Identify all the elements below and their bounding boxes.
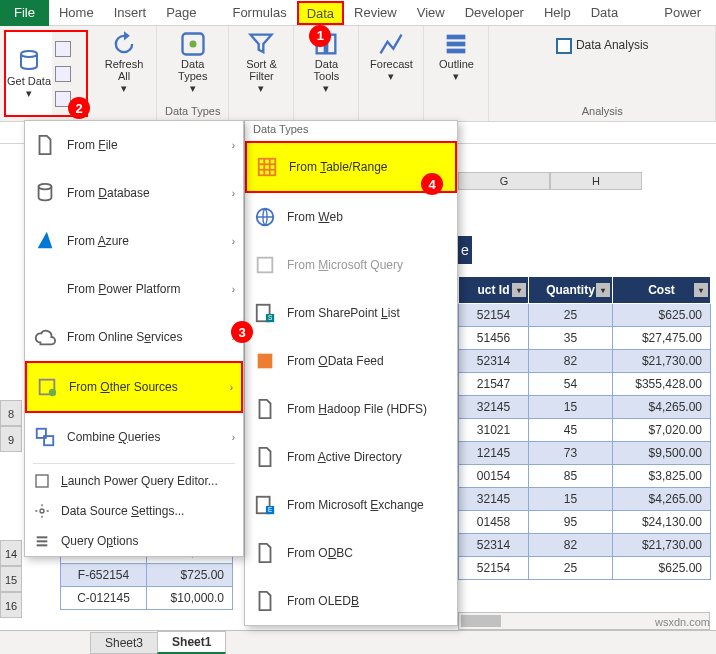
from-text-csv-icon[interactable]: [55, 41, 71, 57]
tab-help[interactable]: Help: [534, 0, 581, 26]
tab-view[interactable]: View: [407, 0, 455, 26]
header-cost[interactable]: Cost▾: [613, 277, 711, 304]
svg-text:E: E: [268, 506, 272, 513]
menu-from-hadoop[interactable]: From Hadoop File (HDFS): [245, 385, 457, 433]
tab-review[interactable]: Review: [344, 0, 407, 26]
menu-from-power-platform[interactable]: From Power Platform ›: [25, 265, 243, 313]
svg-rect-5: [447, 35, 466, 40]
chevron-right-icon: ›: [232, 188, 235, 199]
tab-developer[interactable]: Developer: [455, 0, 534, 26]
menu-label: Query Options: [61, 534, 138, 548]
menu-label: From SharePoint List: [287, 306, 400, 320]
menu-label: From File: [67, 138, 118, 152]
tab-data-streamer[interactable]: Data Streamer: [581, 0, 655, 26]
table-row[interactable]: 0145895$24,130.00: [459, 511, 711, 534]
chevron-right-icon: ›: [232, 432, 235, 443]
svg-rect-24: [258, 258, 273, 273]
badge-2: 2: [68, 97, 90, 119]
row-header[interactable]: 8: [0, 400, 22, 426]
menu-from-file[interactable]: From File ›: [25, 121, 243, 169]
from-web-icon[interactable]: [55, 66, 71, 82]
sort-filter-label: Sort & Filter: [237, 58, 285, 82]
menu-from-active-directory[interactable]: From Active Directory: [245, 433, 457, 481]
table-row[interactable]: C-012145$10,000.0: [61, 587, 233, 610]
tab-data[interactable]: Data 1: [297, 1, 344, 25]
column-headers: G H: [458, 172, 642, 190]
row-header[interactable]: 16: [0, 592, 22, 618]
data-types-group-label: Data Types: [165, 105, 220, 117]
menu-from-web[interactable]: From Web: [245, 193, 457, 241]
sort-filter-button[interactable]: Sort & Filter▾: [237, 30, 285, 95]
forecast-button[interactable]: Forecast▾: [367, 30, 415, 83]
hadoop-icon: [253, 397, 277, 421]
menu-from-online-services[interactable]: From Online Services › 3: [25, 313, 243, 361]
table-icon: [255, 155, 279, 179]
header-product-id[interactable]: uct Id▾: [459, 277, 529, 304]
row-headers-left: 14 15 16: [0, 540, 22, 618]
table-row[interactable]: 3214515$4,265.00: [459, 488, 711, 511]
menu-label: From OData Feed: [287, 354, 384, 368]
table-row[interactable]: 3214515$4,265.00: [459, 396, 711, 419]
col-header-g[interactable]: G: [458, 172, 550, 190]
table-row[interactable]: F-652154$725.00: [61, 564, 233, 587]
table-row[interactable]: 5215425$625.00: [459, 557, 711, 580]
tab-file[interactable]: File: [0, 0, 49, 26]
watermark: wsxdn.com: [655, 616, 710, 628]
table-row[interactable]: 5231482$21,730.00: [459, 350, 711, 373]
svg-point-10: [49, 389, 56, 396]
svg-rect-28: [258, 354, 273, 369]
row-header[interactable]: 15: [0, 566, 22, 592]
menu-from-database[interactable]: From Database ›: [25, 169, 243, 217]
tab-formulas[interactable]: Formulas: [222, 0, 296, 26]
menu-label: From Other Sources: [69, 380, 178, 394]
svg-text:S: S: [268, 314, 272, 321]
data-types-icon: [179, 30, 207, 58]
menu-from-oledb[interactable]: From OLEDB: [245, 577, 457, 625]
menu-data-source-settings[interactable]: Data Source Settings...: [25, 496, 243, 526]
refresh-all-button[interactable]: Refresh All▾: [100, 30, 148, 95]
refresh-all-label: Refresh All: [100, 58, 148, 82]
tab-insert[interactable]: Insert: [104, 0, 157, 26]
scrollbar-thumb[interactable]: [461, 615, 501, 627]
table-row[interactable]: 3102145$7,020.00: [459, 419, 711, 442]
analysis-group-label: Analysis: [582, 105, 623, 117]
menu-from-other-sources[interactable]: From Other Sources ›: [25, 361, 243, 413]
filter-icon[interactable]: ▾: [512, 283, 526, 297]
data-types-button[interactable]: Data Types▾: [169, 30, 217, 95]
menu-from-sharepoint[interactable]: S From SharePoint List: [245, 289, 457, 337]
tab-page-layout[interactable]: Page Layout: [156, 0, 222, 26]
header-quantity[interactable]: Quantity▾: [529, 277, 613, 304]
forecast-group: Forecast▾: [359, 26, 424, 121]
filter-icon[interactable]: ▾: [694, 283, 708, 297]
row-header[interactable]: 14: [0, 540, 22, 566]
table-row[interactable]: 0015485$3,825.00: [459, 465, 711, 488]
table-row[interactable]: 5215425$625.00: [459, 304, 711, 327]
data-analysis-button[interactable]: Data Analysis: [546, 30, 659, 62]
tab-power-pivot[interactable]: Power Pivo: [654, 0, 716, 26]
badge-3: 3: [231, 321, 253, 343]
menu-launch-pq-editor[interactable]: Launch Power Query Editor...: [25, 466, 243, 496]
forecast-icon: [377, 30, 405, 58]
table-row[interactable]: 2154754$355,428.00: [459, 373, 711, 396]
filter-icon[interactable]: ▾: [596, 283, 610, 297]
badge-1: 1: [309, 25, 331, 47]
table-row[interactable]: 5231482$21,730.00: [459, 534, 711, 557]
table-row[interactable]: 5145635$27,475.00: [459, 327, 711, 350]
menu-combine-queries[interactable]: Combine Queries ›: [25, 413, 243, 461]
svg-point-8: [39, 184, 52, 190]
get-data-button[interactable]: Get Data ▾: [6, 32, 52, 115]
tab-home[interactable]: Home: [49, 0, 104, 26]
menu-from-odbc[interactable]: From ODBC: [245, 529, 457, 577]
sheet-tab-sheet1[interactable]: Sheet1: [157, 631, 226, 654]
col-header-h[interactable]: H: [550, 172, 642, 190]
outline-button[interactable]: Outline▾: [432, 30, 480, 83]
table-row[interactable]: 1214573$9,500.00: [459, 442, 711, 465]
data-table: uct Id▾ Quantity▾ Cost▾ 5215425$625.00 5…: [458, 276, 711, 580]
menu-from-odata[interactable]: From OData Feed: [245, 337, 457, 385]
row-header[interactable]: 9: [0, 426, 22, 452]
combine-icon: [33, 425, 57, 449]
menu-from-exchange[interactable]: E From Microsoft Exchange: [245, 481, 457, 529]
menu-query-options[interactable]: Query Options: [25, 526, 243, 556]
menu-from-azure[interactable]: From Azure ›: [25, 217, 243, 265]
sheet-tab-sheet3[interactable]: Sheet3: [90, 632, 158, 654]
